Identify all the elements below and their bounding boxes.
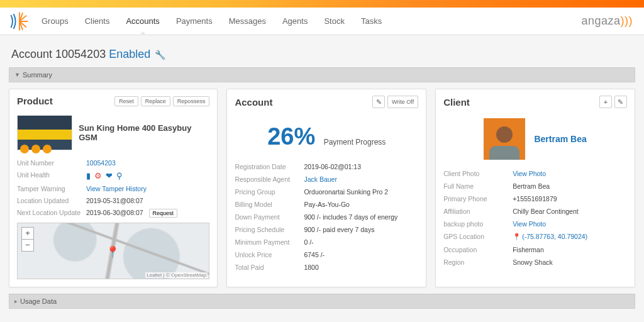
location-pin-icon: 📍 — [513, 233, 521, 240]
reset-button[interactable]: Reset — [114, 96, 138, 106]
caret-right-icon: ▸ — [14, 298, 18, 304]
zoom-out-button[interactable]: − — [22, 240, 33, 251]
main-nav: Groups Clients Accounts Payments Message… — [39, 8, 384, 35]
product-card-title: Product — [17, 96, 53, 106]
heart-icon: ❤ — [106, 171, 113, 180]
view-client-photo-link[interactable]: View Photo — [513, 170, 627, 177]
gps-location-link[interactable]: 📍(-75.87763, 40.79024) — [513, 233, 627, 241]
brand-wordmark: angaza))) — [581, 14, 633, 28]
product-card: Product Reset Replace Repossess Sun King… — [9, 89, 218, 287]
map-zoom-controls: + − — [21, 227, 34, 252]
client-card-title: Client — [443, 97, 470, 108]
plus-icon: + — [604, 98, 608, 106]
add-client-button[interactable]: + — [599, 96, 612, 108]
account-card: Account ✎ Write Off 26% Payment Progress… — [226, 89, 426, 287]
nav-stock[interactable]: Stock — [321, 8, 347, 35]
client-name-link[interactable]: Bertram Bea — [534, 134, 586, 144]
nav-tasks[interactable]: Tasks — [358, 8, 384, 35]
pencil-icon: ✎ — [618, 98, 623, 106]
payment-progress-percent: 26% — [267, 123, 315, 150]
view-backup-photo-link[interactable]: View Photo — [513, 220, 627, 228]
client-avatar — [484, 118, 525, 160]
client-card: Client + ✎ Bertram Bea Client PhotoView … — [435, 89, 635, 287]
agent-link[interactable]: Jack Bauer — [304, 175, 418, 183]
map-attribution: Leaflet | © OpenStreetMap — [145, 272, 208, 278]
gear-icon: ⚙ — [94, 171, 102, 180]
usage-data-section-toggle[interactable]: ▸ Usage Data — [9, 294, 635, 309]
unit-health-icons: ▮ ⚙ ❤ ⚲ — [86, 171, 209, 180]
map-pin-icon: 📍 — [106, 245, 119, 259]
location-map[interactable]: + − 📍 Leaflet | © OpenStreetMap — [17, 223, 209, 279]
writeoff-button[interactable]: Write Off — [387, 96, 418, 108]
battery-icon: ▮ — [86, 171, 91, 180]
nav-accounts[interactable]: Accounts — [123, 8, 162, 35]
repossess-button[interactable]: Repossess — [173, 96, 210, 106]
nav-agents[interactable]: Agents — [280, 8, 310, 35]
product-name: Sun King Home 400 Easybuy GSM — [79, 123, 209, 142]
request-location-button[interactable]: Request — [149, 209, 178, 218]
navbar: Groups Clients Accounts Payments Message… — [0, 8, 644, 35]
nav-groups[interactable]: Groups — [39, 8, 71, 35]
account-status: Enabled — [109, 48, 150, 60]
page-title: Account 10054203 Enabled 🔧 — [11, 48, 633, 61]
edit-client-button[interactable]: ✎ — [614, 96, 627, 108]
pencil-icon: ✎ — [376, 98, 382, 106]
edit-account-button[interactable]: ✎ — [372, 96, 385, 108]
brand-gradient-bar — [0, 0, 644, 8]
summary-section-toggle[interactable]: ▼ Summary — [9, 67, 635, 82]
replace-button[interactable]: Replace — [141, 96, 170, 106]
nav-payments[interactable]: Payments — [174, 8, 215, 35]
account-card-title: Account — [235, 97, 272, 108]
payment-progress-label: Payment Progress — [324, 138, 386, 147]
product-image — [17, 115, 72, 150]
wrench-icon[interactable]: 🔧 — [155, 50, 165, 60]
tamper-history-link[interactable]: View Tamper History — [86, 185, 209, 192]
app-logo-icon — [9, 11, 30, 32]
nav-messages[interactable]: Messages — [226, 8, 269, 35]
caret-down-icon: ▼ — [14, 72, 20, 78]
wifi-icon: ⚲ — [116, 171, 123, 180]
unit-number-link[interactable]: 10054203 — [86, 159, 209, 167]
zoom-in-button[interactable]: + — [22, 228, 33, 240]
nav-clients[interactable]: Clients — [82, 8, 113, 35]
